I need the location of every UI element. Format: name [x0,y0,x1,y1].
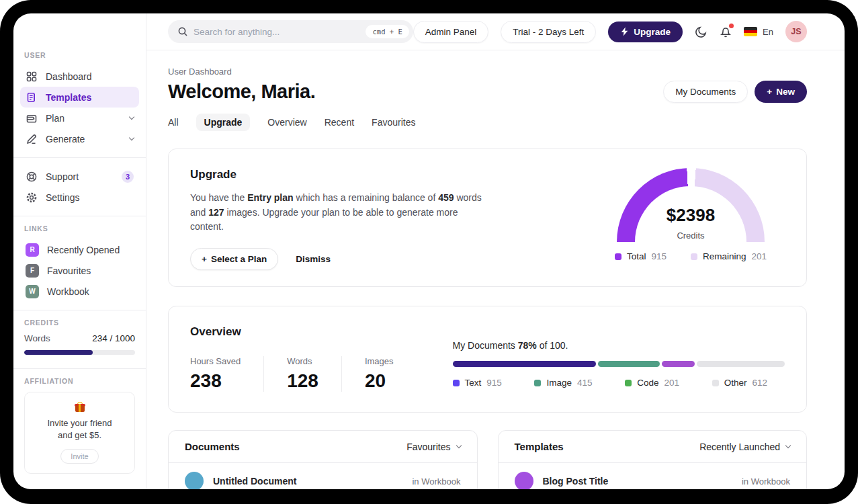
sidebar-item-generate[interactable]: Generate [20,128,139,149]
search-input[interactable] [194,27,360,37]
admin-panel-button[interactable]: Admin Panel [413,21,489,43]
plus-icon: + [767,87,772,97]
search-icon [177,26,188,37]
affiliation-text-line1: Invite your friend [32,417,128,429]
sidebar-divider [13,368,146,369]
link-initial-badge: F [26,264,39,278]
user-avatar[interactable]: JS [785,21,807,42]
upgrade-button[interactable]: Upgrade [608,22,683,42]
tab-upgrade[interactable]: Upgrade [196,114,251,131]
legend-item-other: Other 612 [712,378,767,388]
sidebar-item-templates[interactable]: Templates [20,87,139,108]
sidebar-section-links: LINKS [13,224,146,233]
plus-icon: + [202,254,207,264]
template-list-item[interactable]: Blog Post Title in Workbook [499,463,807,489]
notifications-button[interactable] [720,26,732,38]
sidebar-item-support[interactable]: Support 3 [20,166,139,187]
german-flag-icon[interactable] [744,27,757,36]
invite-button[interactable]: Invite [60,449,98,464]
chevron-down-icon [129,135,134,140]
search-shortcut-badge: cmd + E [366,25,409,38]
gauge-center-label: Credits [617,230,765,241]
stat-hours-saved: Hours Saved 238 [190,356,263,392]
dismiss-button[interactable]: Dismiss [296,254,331,264]
sidebar-item-plan[interactable]: Plan [20,108,139,128]
templates-filter-dropdown[interactable]: Recently Launched [699,442,790,452]
tab-favourites[interactable]: Favourites [372,114,415,131]
sidebar-link-favourites[interactable]: F Favourites [20,260,139,281]
stat-images: Images 20 [341,356,417,392]
document-list-item[interactable]: Untitled Document in Workbook [169,463,477,489]
sidebar: USER Dashboard Templates Plan [13,13,146,489]
upgrade-card-title: Upgrade [190,168,486,181]
legend-item-total: Total 915 [615,251,667,261]
sidebar-item-settings[interactable]: Settings [20,187,139,208]
sidebar-item-label: Settings [46,192,80,203]
chevron-down-icon [129,114,134,120]
legend-swatch [615,253,621,260]
trial-days-left-button[interactable]: Trial - 2 Days Left [501,21,596,43]
templates-card: Templates Recently Launched Blog Post Ti… [498,430,808,489]
document-name: Untitled Document [213,476,296,487]
link-initial-badge: R [26,243,39,257]
template-location: in Workbook [742,476,790,487]
document-icon [26,91,38,103]
sidebar-item-label: Support [46,171,79,182]
select-plan-label: Select a Plan [211,254,267,264]
breadcrumb: User Dashboard [168,67,807,77]
legend-swatch [453,380,460,386]
legend-swatch [534,380,541,386]
stacked-progress-bar [453,361,785,367]
template-avatar [515,472,533,489]
tab-all[interactable]: All [168,114,179,131]
upgrade-card-text: You have the Entry plan which has a rema… [190,191,486,235]
stat-words: Words 128 [263,356,341,392]
grid-icon [26,71,38,83]
bar-segment-image [598,361,660,367]
search-bar[interactable]: cmd + E [168,20,413,43]
documents-filter-dropdown[interactable]: Favourites [406,442,460,452]
legend-item-image: Image 415 [534,378,592,388]
stacked-bar-legend: Text 915 Image 415 Code 201 [453,378,785,388]
bar-segment-code [662,361,695,367]
language-label[interactable]: En [763,27,773,37]
page-content: User Dashboard Welcome, Maria. My Docume… [146,50,845,489]
sidebar-item-label: Generate [46,134,85,144]
gauge-center-value: $2398 [617,205,765,226]
credits-gauge-chart: $2398 Credits Total 915 Remaining 201 [597,168,785,270]
sidebar-item-dashboard[interactable]: Dashboard [20,66,139,87]
bar-segment-other [697,361,785,367]
credits-usage: Words 234 / 1000 [13,333,146,343]
sidebar-link-recently-opened[interactable]: R Recently Opened [20,239,139,260]
page-title: Welcome, Maria. [168,81,315,103]
sidebar-divider [13,310,146,310]
gauge-legend: Total 915 Remaining 201 [615,251,767,261]
bar-segment-text [453,361,597,367]
tab-overview[interactable]: Overview [267,114,306,131]
select-plan-button[interactable]: + Select a Plan [190,248,278,270]
gear-icon [26,192,38,204]
legend-item-text: Text 915 [453,378,502,388]
sidebar-link-label: Workbook [47,286,89,297]
document-avatar [185,472,204,489]
sidebar-item-label: Plan [46,113,65,124]
templates-card-title: Templates [515,441,564,452]
wallet-icon [26,112,38,124]
life-buoy-icon [26,171,38,183]
dark-mode-toggle[interactable] [695,26,707,38]
app-window: USER Dashboard Templates Plan [13,13,845,489]
sidebar-link-label: Recently Opened [47,245,120,255]
my-documents-button[interactable]: My Documents [663,81,748,103]
new-button[interactable]: + New [755,81,807,103]
legend-item-code: Code 201 [625,378,679,388]
documents-card: Documents Favourites Untitled Document i… [168,430,478,489]
tab-recent[interactable]: Recent [325,114,354,131]
documents-card-title: Documents [185,441,240,452]
upgrade-button-label: Upgrade [634,27,671,37]
tab-bar: All Upgrade Overview Recent Favourites [168,114,807,131]
device-frame: USER Dashboard Templates Plan [0,0,858,504]
topbar: cmd + E Admin Panel Trial - 2 Days Left … [146,13,845,50]
sidebar-link-workbook[interactable]: W Workbook [20,281,139,302]
sidebar-item-label: Dashboard [46,71,92,82]
sidebar-divider [13,157,146,158]
